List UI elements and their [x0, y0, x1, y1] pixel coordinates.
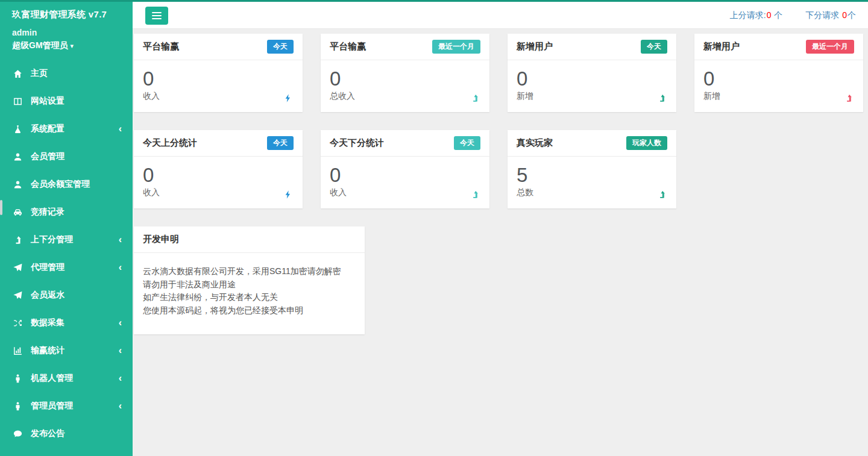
sidebar-item-admin-management[interactable]: 管理员管理‹	[0, 392, 133, 420]
chevron-left-icon: ‹	[119, 318, 122, 328]
person-icon	[12, 373, 23, 384]
stat-card-platform-winlose-month: 平台输赢最近一个月 0总收入	[321, 34, 489, 112]
sidebar-item-site-settings[interactable]: 网站设置	[0, 87, 133, 115]
stat-value: 0	[517, 67, 667, 90]
home-icon	[12, 68, 23, 79]
stat-value: 0	[330, 67, 480, 90]
chevron-left-icon: ‹	[119, 124, 122, 134]
sidebar-item-member-yuebao[interactable]: 会员余额宝管理	[0, 170, 133, 198]
user-icon	[12, 151, 23, 162]
sidebar-item-label: 发布公告	[31, 428, 64, 439]
stat-label: 收入	[330, 187, 480, 198]
up-score-request-label: 上分请求:	[730, 10, 766, 20]
card-title: 真实玩家	[517, 137, 553, 149]
card-title: 平台输赢	[330, 41, 366, 52]
level-up-icon	[470, 190, 480, 199]
chevron-left-icon: ‹	[119, 401, 122, 411]
sidebar-item-member-management[interactable]: 会员管理	[0, 143, 133, 170]
badge-player-count: 玩家人数	[626, 136, 667, 150]
sidebar-item-system-config[interactable]: 系统配置‹	[0, 115, 133, 143]
up-score-request[interactable]: 上分请求:0 个	[730, 10, 783, 21]
user-icon	[12, 179, 23, 190]
badge-today: 今天	[267, 136, 294, 150]
stat-card-today-down-score: 今天下分统计今天 0收入	[321, 130, 489, 208]
sidebar-item-data-collection[interactable]: 数据采集‹	[0, 309, 133, 337]
topbar: 上分请求:0 个 下分请求 0个	[133, 2, 868, 29]
sidebar-menu: 主页 网站设置 系统配置‹ 会员管理 会员余额宝管理 竞猜记录 上下分管理‹ 代…	[0, 60, 133, 448]
stat-row-2: 今天上分统计今天 0收入 今天下分统计今天 0收入 真实玩家玩家人数 5总数	[134, 130, 863, 208]
sidebar-item-agent-management[interactable]: 代理管理‹	[0, 254, 133, 281]
down-score-request-count: 0	[841, 10, 848, 20]
stat-value: 0	[703, 67, 854, 90]
stat-card-today-up-score: 今天上分统计今天 0收入	[134, 130, 303, 208]
sidebar-item-label: 竞猜记录	[31, 207, 64, 217]
sidebar-item-winlose-stats[interactable]: 输赢统计‹	[0, 337, 133, 364]
person-icon	[12, 401, 23, 411]
sidebar-item-label: 数据采集	[31, 317, 64, 328]
down-score-request-unit: 个	[848, 10, 856, 20]
sidebar-item-label: 会员返水	[31, 290, 64, 301]
paper-plane-icon	[12, 290, 23, 301]
stat-card-new-users-month: 新增用户最近一个月 0新增	[694, 34, 863, 112]
sidebar: 玖富理财管理系统 v7.7 admin 超级GM管理员▾ 主页 网站设置 系统配…	[0, 0, 133, 456]
badge-today: 今天	[454, 136, 480, 150]
notice-row: 开发申明 云水滴大数据有限公司开发，采用SG11加密请勿解密 请勿用于非法及商业…	[134, 226, 863, 334]
sidebar-item-robot-management[interactable]: 机器人管理‹	[0, 364, 133, 392]
card-title: 新增用户	[703, 41, 740, 52]
chevron-left-icon: ‹	[119, 373, 122, 383]
level-up-icon	[657, 93, 667, 103]
notice-line: 如产生法律纠纷，与开发者本人无关	[143, 291, 356, 304]
car-icon	[12, 207, 23, 217]
sidebar-item-label: 管理员管理	[31, 401, 73, 411]
shuffle-icon	[12, 317, 23, 328]
caret-down-icon: ▾	[71, 42, 74, 49]
stat-value: 5	[517, 164, 667, 187]
comment-icon	[12, 428, 23, 439]
up-score-request-count: 0	[766, 10, 772, 20]
columns-icon	[12, 96, 23, 107]
sidebar-item-label: 输赢统计	[31, 345, 64, 356]
sidebar-toggle-button[interactable]	[145, 7, 168, 25]
chevron-left-icon: ‹	[119, 235, 122, 245]
bar-chart-icon	[12, 345, 23, 356]
flask-icon	[12, 123, 23, 134]
up-score-request-unit: 个	[772, 10, 782, 20]
level-up-icon	[470, 93, 480, 103]
notice-line: 您使用本源码起，将视为您已经接受本申明	[143, 304, 356, 317]
sidebar-scrollbar-thumb[interactable]	[0, 200, 2, 215]
sidebar-item-label: 会员管理	[31, 151, 64, 162]
stat-card-new-users-today: 新增用户今天 0新增	[508, 34, 676, 112]
role-label: 超级GM管理员	[12, 40, 68, 50]
stat-card-platform-winlose-today: 平台输赢今天 0收入	[134, 34, 303, 112]
paper-plane-icon	[12, 262, 23, 273]
sidebar-item-home[interactable]: 主页	[0, 60, 133, 87]
badge-last-month: 最近一个月	[806, 40, 854, 54]
card-title: 平台输赢	[143, 41, 179, 52]
badge-last-month: 最近一个月	[432, 40, 480, 54]
chevron-left-icon: ‹	[119, 263, 122, 272]
sidebar-item-updown-score[interactable]: 上下分管理‹	[0, 226, 133, 254]
sidebar-item-label: 会员余额宝管理	[31, 179, 90, 190]
sidebar-item-guess-records[interactable]: 竞猜记录	[0, 198, 133, 226]
stat-card-real-players: 真实玩家玩家人数 5总数	[508, 130, 676, 208]
card-title: 新增用户	[517, 41, 553, 52]
stat-value: 0	[330, 164, 480, 187]
sidebar-item-member-rebate[interactable]: 会员返水	[0, 281, 133, 309]
sidebar-item-label: 系统配置	[31, 123, 64, 134]
sidebar-item-label: 上下分管理	[31, 234, 73, 245]
level-up-icon	[844, 93, 854, 103]
app-title: 玖富理财管理系统 v7.7	[12, 9, 121, 20]
notice-line: 云水滴大数据有限公司开发，采用SG11加密请勿解密	[143, 265, 356, 278]
card-title: 今天上分统计	[143, 137, 197, 149]
badge-today: 今天	[641, 40, 667, 54]
chevron-left-icon: ‹	[119, 346, 122, 355]
notice-title: 开发申明	[143, 234, 179, 245]
down-score-request-label: 下分请求	[805, 10, 841, 20]
role-dropdown[interactable]: 超级GM管理员▾	[12, 40, 121, 51]
down-score-request[interactable]: 下分请求 0个	[805, 10, 856, 21]
level-up-icon	[12, 234, 23, 245]
sidebar-item-publish-announcement[interactable]: 发布公告	[0, 420, 133, 448]
stat-label: 新增	[517, 91, 667, 102]
username: admin	[12, 28, 121, 37]
stat-value: 0	[143, 164, 294, 187]
